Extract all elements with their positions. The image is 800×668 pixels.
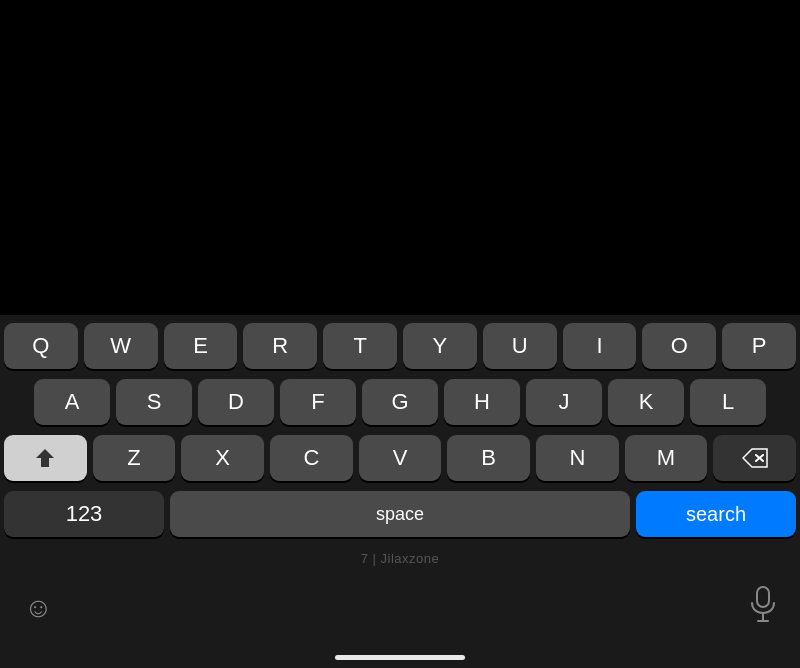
key-q[interactable]: Q — [4, 323, 78, 369]
home-indicator — [335, 655, 465, 660]
key-u[interactable]: U — [483, 323, 557, 369]
key-k[interactable]: K — [608, 379, 684, 425]
key-o[interactable]: O — [642, 323, 716, 369]
key-f[interactable]: F — [280, 379, 356, 425]
microphone-button[interactable] — [750, 586, 776, 629]
key-p[interactable]: P — [722, 323, 796, 369]
key-y[interactable]: Y — [403, 323, 477, 369]
key-m[interactable]: M — [625, 435, 708, 481]
watermark-row: 7 | Jilaxzone — [4, 547, 796, 570]
emoji-mic-row: ☺ — [4, 580, 796, 639]
key-c[interactable]: C — [270, 435, 353, 481]
keyboard: Q W E R T Y U I O P A S D F G H J K L Z … — [0, 315, 800, 668]
keyboard-bottom-row: 123 space search — [4, 491, 796, 537]
key-s[interactable]: S — [116, 379, 192, 425]
watermark-text: 7 | Jilaxzone — [361, 551, 440, 566]
key-x[interactable]: X — [181, 435, 264, 481]
key-e[interactable]: E — [164, 323, 238, 369]
backspace-icon — [742, 448, 768, 468]
key-h[interactable]: H — [444, 379, 520, 425]
key-l[interactable]: L — [690, 379, 766, 425]
keyboard-row-3: Z X C V B N M — [4, 435, 796, 481]
key-v[interactable]: V — [359, 435, 442, 481]
numbers-key[interactable]: 123 — [4, 491, 164, 537]
key-g[interactable]: G — [362, 379, 438, 425]
key-a[interactable]: A — [34, 379, 110, 425]
shift-icon — [34, 447, 56, 469]
key-i[interactable]: I — [563, 323, 637, 369]
key-t[interactable]: T — [323, 323, 397, 369]
key-n[interactable]: N — [536, 435, 619, 481]
key-w[interactable]: W — [84, 323, 158, 369]
key-z[interactable]: Z — [93, 435, 176, 481]
svg-rect-2 — [757, 587, 769, 607]
keyboard-row-2: A S D F G H J K L — [4, 379, 796, 425]
backspace-key[interactable] — [713, 435, 796, 481]
keyboard-row-1: Q W E R T Y U I O P — [4, 323, 796, 369]
key-j[interactable]: J — [526, 379, 602, 425]
emoji-button[interactable]: ☺ — [24, 592, 53, 624]
space-key[interactable]: space — [170, 491, 630, 537]
key-r[interactable]: R — [243, 323, 317, 369]
key-d[interactable]: D — [198, 379, 274, 425]
shift-key[interactable] — [4, 435, 87, 481]
microphone-icon — [750, 586, 776, 622]
key-b[interactable]: B — [447, 435, 530, 481]
search-key[interactable]: search — [636, 491, 796, 537]
